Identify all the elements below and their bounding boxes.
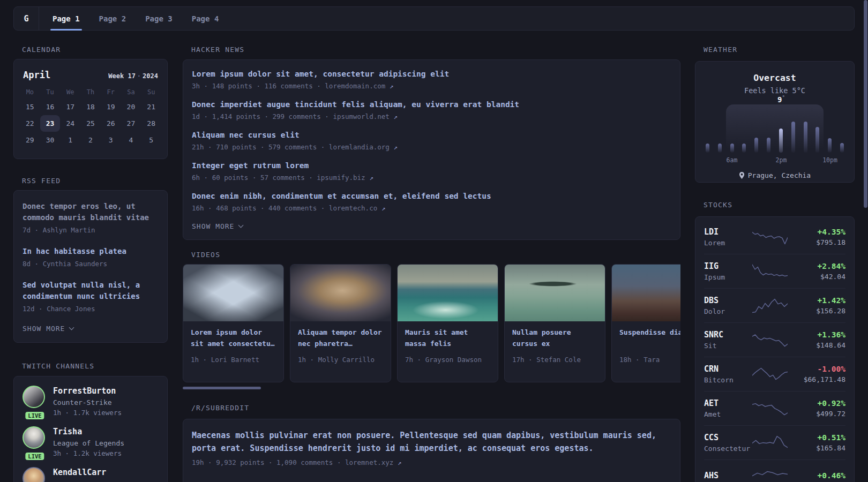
stock-change: +0.92%: [794, 399, 845, 408]
hn-item-meta: 1d · 1,414 points · 299 comments · ipsum…: [192, 112, 671, 120]
rss-item: Donec tempor eros leo, ut commodo mauris…: [23, 201, 159, 234]
stock-ticker: IIG: [704, 261, 752, 271]
calendar-month: April: [23, 70, 50, 80]
hn-meta-text: 21h · 710 points · 579 comments · loreml…: [192, 143, 390, 151]
page-scrollbar-thumb[interactable]: [864, 0, 867, 208]
hn-item-title[interactable]: Lorem ipsum dolor sit amet, consectetur …: [192, 70, 671, 79]
hn-show-more-button[interactable]: SHOW MORE: [192, 222, 671, 230]
weather-hourly-chart: 9°: [706, 107, 844, 153]
degree-icon: °: [782, 95, 785, 100]
stock-change: +0.46%: [794, 471, 845, 480]
weather-bar: [804, 122, 807, 153]
weather-bars: [706, 107, 844, 153]
rss-item-title[interactable]: In hac habitasse platea: [23, 246, 159, 257]
subreddit-post-title[interactable]: Maecenas mollis pulvinar erat non posuer…: [192, 429, 672, 455]
video-title[interactable]: Nullam posuere cursus ex: [512, 327, 597, 349]
stock-row: AET Amet +0.92% $499.72: [695, 391, 854, 425]
chevron-down-icon: [238, 223, 244, 228]
video-title[interactable]: Aliquam tempor dolor nec pharetra…: [298, 327, 383, 349]
video-title[interactable]: Lorem ipsum dolor sit amet consectetu…: [191, 327, 275, 349]
videos-section-title: VIDEOS: [191, 251, 680, 259]
calendar-weekday: We: [66, 86, 74, 99]
rss-item: Sed volutpat nulla nisl, a condimentum n…: [23, 280, 159, 313]
stock-ticker: SNRC: [704, 330, 752, 340]
hn-item-title[interactable]: Donec imperdiet augue tincidunt felis al…: [192, 100, 671, 109]
stock-id: LDI Lorem: [704, 227, 752, 247]
tab-page-4[interactable]: Page 4: [189, 7, 222, 30]
twitch-channel-row[interactable]: LIVE ForrestBurton Counter-Strike 1h · 1…: [23, 386, 159, 417]
rss-item-title[interactable]: Sed volutpat nulla nisl, a condimentum n…: [23, 280, 159, 302]
calendar-week: Week 17: [108, 72, 136, 80]
twitch-channel-name[interactable]: ForrestBurton: [53, 386, 122, 396]
rss-section-title: RSS FEED: [22, 177, 168, 185]
external-link-icon: ↗: [390, 82, 394, 90]
weather-bar: [791, 122, 795, 153]
stock-change: +0.51%: [794, 433, 845, 442]
video-thumbnail[interactable]: [612, 265, 680, 321]
video-title[interactable]: Mauris sit amet massa felis: [405, 327, 490, 349]
stock-id: CCS Consectetur: [704, 433, 752, 453]
stock-sparkline: [752, 296, 788, 314]
twitch-channel-row[interactable]: KendallCarr: [23, 467, 159, 482]
calendar-day: 16: [40, 99, 60, 115]
rss-show-more-button[interactable]: SHOW MORE: [23, 325, 159, 333]
video-card-body: Lorem ipsum dolor sit amet consectetu… 1…: [183, 321, 283, 364]
tab-page-2[interactable]: Page 2: [96, 7, 129, 30]
video-card[interactable]: Lorem ipsum dolor sit amet consectetu… 1…: [183, 264, 284, 382]
video-thumbnail[interactable]: [183, 265, 283, 321]
hn-item-title[interactable]: Integer eget rutrum lorem: [192, 161, 671, 170]
rss-item-meta: 8d · Cynthia Saunders: [23, 260, 159, 268]
stock-ticker: DBS: [704, 296, 752, 305]
twitch-channel-name[interactable]: KendallCarr: [53, 468, 106, 477]
hn-item-title[interactable]: Aliquam nec cursus elit: [192, 131, 671, 140]
video-thumbnail[interactable]: [290, 265, 391, 321]
stock-company: Sit: [704, 342, 752, 350]
video-title[interactable]: Suspendisse diam: [619, 327, 680, 349]
avatar: [23, 426, 45, 449]
stock-id: SNRC Sit: [704, 330, 752, 350]
weather-condition: Overcast: [695, 73, 854, 83]
rss-item-title[interactable]: Donec tempor eros leo, ut commodo mauris…: [23, 201, 159, 223]
app-logo[interactable]: G: [14, 7, 39, 30]
stock-id: AHS: [704, 471, 752, 482]
hn-item: Lorem ipsum dolor sit amet, consectetur …: [192, 70, 671, 90]
twitch-channel-row[interactable]: LIVE Trisha League of Legends 3h · 1.2k …: [23, 426, 159, 457]
twitch-channel-info: KendallCarr: [53, 467, 106, 482]
weather-current-temp: 9°: [777, 95, 785, 104]
calendar-section-title: CALENDAR: [22, 46, 168, 54]
tab-page-1[interactable]: Page 1: [50, 7, 83, 30]
tab-page-3[interactable]: Page 3: [143, 7, 175, 30]
weather-bar: [754, 138, 758, 153]
video-card[interactable]: Suspendisse diam 18h · Tara: [611, 264, 680, 382]
video-card[interactable]: Mauris sit amet massa felis 7h · Grayson…: [397, 264, 498, 382]
video-card[interactable]: Aliquam tempor dolor nec pharetra… 1h · …: [290, 264, 391, 382]
left-column: CALENDAR April Week 17·2024 MoTuWeThFrSa…: [13, 39, 168, 482]
calendar-year: 2024: [143, 72, 158, 80]
calendar-day: 3: [101, 132, 121, 148]
live-badge: LIVE: [24, 411, 45, 420]
stock-price: $165.84: [794, 444, 845, 452]
weather-section-title: WEATHER: [704, 46, 855, 54]
video-meta: 18h · Tara: [619, 356, 680, 364]
page-tabs: Page 1 Page 2 Page 3 Page 4: [39, 7, 221, 30]
weather-hour-labels: 6am 2pm 10pm: [706, 156, 844, 163]
rss-item-meta: 7d · Ashlyn Martin: [23, 226, 159, 234]
avatar-wrap: LIVE: [23, 426, 47, 457]
stock-sparkline: [752, 330, 788, 349]
hn-meta-text: 6h · 60 points · 57 comments · ipsumify.…: [192, 174, 365, 182]
video-card[interactable]: Nullam posuere cursus ex 17h · Stefan Co…: [504, 264, 605, 382]
weather-bar: [767, 138, 770, 153]
twitch-channel-name[interactable]: Trisha: [53, 427, 124, 436]
calendar-day: 23: [40, 115, 60, 132]
hour-label: 2pm: [776, 156, 787, 164]
stock-change: -1.00%: [794, 365, 845, 373]
stock-ticker: AHS: [704, 471, 752, 480]
hn-item: Integer eget rutrum lorem 6h · 60 points…: [192, 161, 671, 182]
hn-item-title[interactable]: Donec enim nibh, condimentum et accumsan…: [192, 192, 671, 201]
calendar-day: 1: [61, 132, 80, 148]
dot-separator: ·: [136, 72, 143, 80]
video-thumbnail[interactable]: [505, 265, 605, 321]
carousel-scrollbar-thumb[interactable]: [183, 387, 261, 389]
video-thumbnail[interactable]: [398, 265, 498, 321]
stock-ticker: CCS: [704, 433, 752, 442]
